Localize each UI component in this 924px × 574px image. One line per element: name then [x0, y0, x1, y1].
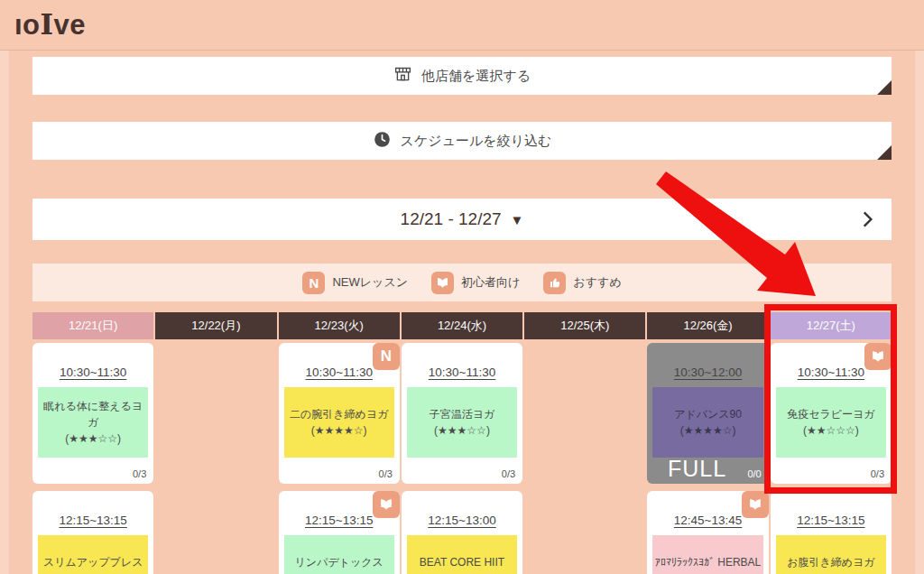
lesson-time: 12:15~13:15 [38, 514, 148, 527]
lesson-name: リンパデトックス [295, 554, 383, 570]
week-range[interactable]: 12/21 - 12/27 [401, 209, 502, 229]
lesson-stars: (★★☆☆☆) [803, 422, 859, 439]
store-selector-label: 他店舗を選択する [421, 68, 531, 85]
lesson-card[interactable]: 12:15~13:15 リンパデトックス (★★☆☆☆) [279, 491, 400, 574]
lesson-stars: (★★★★☆) [65, 570, 121, 574]
legend-new-label: NEWレッスン [332, 274, 408, 291]
logo-part: ve [54, 9, 86, 41]
day-column-mon: 12/22(月) [155, 312, 276, 574]
lesson-card[interactable]: 10:30~11:30 眠れる体に整えるヨガ (★★★☆☆) 0/3 [32, 343, 153, 484]
lesson-name: 二の腕引き締めヨガ [290, 406, 388, 422]
day-column-thu: 12/25(木) [524, 312, 645, 574]
lesson-card[interactable]: 10:30~11:30 子宮温活ヨガ (★★★☆☆) 0/3 [402, 343, 522, 484]
lesson-card[interactable]: N 10:30~11:30 二の腕引き締めヨガ (★★★★☆) 0/3 [279, 343, 400, 484]
week-dropdown-icon[interactable]: ▼ [511, 212, 524, 227]
lesson-stars: (★★★☆☆) [65, 430, 121, 447]
day-header-fri[interactable]: 12/26(金) [647, 312, 768, 339]
day-column-fri: 12/26(金) 10:30~12:00 アドバンス90 (★★★★☆) FUL… [647, 312, 768, 574]
lesson-name: 眠れる体に整えるヨガ [40, 398, 146, 430]
day-header-wed[interactable]: 12/24(水) [402, 312, 522, 339]
legend-new: N NEWレッスン [302, 272, 408, 294]
right-gutter [915, 51, 924, 574]
lesson-card[interactable]: 12:15~13:15 スリムアップブレス (★★★★☆) [32, 491, 153, 574]
schedule-filter-bar[interactable]: スケジュールを絞り込む [32, 122, 892, 160]
chevron-right-icon [855, 208, 879, 231]
top-app-bar: ıoIve [0, 0, 924, 51]
lesson-time: 12:15~13:15 [776, 514, 886, 527]
legend-recommend-label: おすすめ [573, 274, 621, 291]
lesson-time: 12:15~13:00 [407, 514, 517, 527]
logo-part: I [41, 8, 54, 41]
lesson-level-box: 眠れる体に整えるヨガ (★★★☆☆) [38, 387, 148, 458]
lesson-level-box: ｱﾛﾏﾘﾗｯｸｽﾖｶﾞ HERBAL (★☆☆☆☆) [652, 535, 762, 574]
lesson-name: お腹引き締めヨガ [787, 554, 874, 570]
lesson-time: 10:30~12:00 [652, 366, 762, 379]
schedule-page: ıoIve 他店舗を選択する スケジュールを絞り込む [0, 0, 924, 574]
beginner-badge-icon [864, 343, 892, 370]
beginner-badge-icon [431, 272, 454, 294]
new-lesson-badge-icon: N [373, 343, 400, 370]
lesson-card[interactable]: 12:15~13:00 BEAT CORE HIIT (★★★★☆) [402, 491, 522, 574]
lesson-card[interactable]: 12:15~13:15 お腹引き締めヨガ (★★★☆☆) [771, 491, 892, 574]
capacity-count: 0/0 [747, 468, 761, 479]
lesson-stars: (★☆☆☆☆) [680, 570, 736, 574]
lesson-stars: (★★★★☆) [680, 422, 736, 439]
week-nav-bar: 12/21 - 12/27 ▼ [32, 199, 892, 240]
expand-corner-icon [877, 80, 892, 95]
lesson-stars: (★★★★☆) [434, 570, 490, 574]
lesson-card-full[interactable]: 10:30~12:00 アドバンス90 (★★★★☆) FULL 0/0 [647, 343, 768, 484]
lesson-level-box: お腹引き締めヨガ (★★★☆☆) [776, 535, 886, 574]
capacity-count: 0/3 [502, 468, 515, 479]
day-header-thu[interactable]: 12/25(木) [524, 312, 645, 339]
store-selector-bar[interactable]: 他店舗を選択する [32, 57, 892, 95]
lesson-level-box: 二の腕引き締めヨガ (★★★★☆) [284, 387, 394, 458]
lesson-card[interactable]: 10:30~11:30 免疫セラピーヨガ (★★☆☆☆) 0/3 [771, 343, 892, 484]
capacity-count: 0/3 [133, 468, 146, 479]
lesson-stars: (★★★☆☆) [803, 570, 859, 574]
lesson-card[interactable]: 12:45~13:45 ｱﾛﾏﾘﾗｯｸｽﾖｶﾞ HERBAL (★☆☆☆☆) [647, 491, 768, 574]
lesson-stars: (★★★☆☆) [434, 422, 490, 439]
legend-beginner-label: 初心者向け [461, 274, 520, 291]
lesson-level-box: スリムアップブレス (★★★★☆) [38, 535, 148, 574]
lesson-name: 免疫セラピーヨガ [787, 406, 874, 422]
day-column-tue: 12/23(火) N 10:30~11:30 二の腕引き締めヨガ (★★★★☆)… [279, 312, 400, 574]
lesson-level-box: アドバンス90 (★★★★☆) [652, 387, 762, 458]
capacity-count: 0/3 [871, 468, 884, 479]
lesson-name: BEAT CORE HIIT [420, 554, 504, 570]
expand-corner-icon [877, 145, 892, 160]
lesson-name: スリムアップブレス [43, 554, 143, 570]
day-column-wed: 12/24(水) 10:30~11:30 子宮温活ヨガ (★★★☆☆) 0/3 … [402, 312, 522, 574]
legend-beginner: 初心者向け [431, 272, 520, 294]
day-header-sat[interactable]: 12/27(土) [771, 312, 892, 339]
lesson-time: 10:30~11:30 [38, 366, 148, 379]
next-week-button[interactable] [855, 208, 879, 231]
lesson-level-box: BEAT CORE HIIT (★★★★☆) [407, 535, 517, 574]
schedule-filter-label: スケジュールを絞り込む [401, 133, 552, 150]
day-header-tue[interactable]: 12/23(火) [279, 312, 400, 339]
left-gutter [0, 51, 9, 574]
lesson-level-box: リンパデトックス (★★☆☆☆) [284, 535, 394, 574]
day-column-sun: 12/21(日) 10:30~11:30 眠れる体に整えるヨガ (★★★☆☆) … [32, 312, 153, 574]
lesson-level-box: 免疫セラピーヨガ (★★☆☆☆) [776, 387, 886, 458]
lesson-name: ｱﾛﾏﾘﾗｯｸｽﾖｶﾞ HERBAL [655, 554, 761, 570]
lesson-stars: (★★☆☆☆) [311, 570, 367, 574]
lesson-stars: (★★★★☆) [311, 422, 367, 439]
thumbs-up-icon [543, 272, 566, 294]
day-header-sun[interactable]: 12/21(日) [32, 312, 153, 339]
new-badge-icon: N [302, 272, 325, 294]
brand-logo[interactable]: ıoIve [14, 8, 86, 42]
beginner-badge-icon [373, 491, 400, 518]
day-header-mon[interactable]: 12/22(月) [155, 312, 276, 339]
logo-part: ıo [14, 9, 41, 41]
lesson-name: 子宮温活ヨガ [430, 406, 495, 422]
storefront-icon [393, 65, 412, 87]
schedule-grid: 12/21(日) 10:30~11:30 眠れる体に整えるヨガ (★★★☆☆) … [32, 312, 892, 574]
legend-recommend: おすすめ [543, 272, 621, 294]
lesson-name: アドバンス90 [674, 406, 742, 422]
clock-icon [373, 130, 392, 152]
beginner-badge-icon [742, 491, 769, 518]
day-column-sat: 12/27(土) 10:30~11:30 免疫セラピーヨガ (★★☆☆☆) 0/… [771, 312, 892, 574]
capacity-count: 0/3 [379, 468, 393, 479]
full-status-label: FULL [656, 456, 737, 482]
legend-bar: N NEWレッスン 初心者向け おすすめ [32, 264, 892, 301]
